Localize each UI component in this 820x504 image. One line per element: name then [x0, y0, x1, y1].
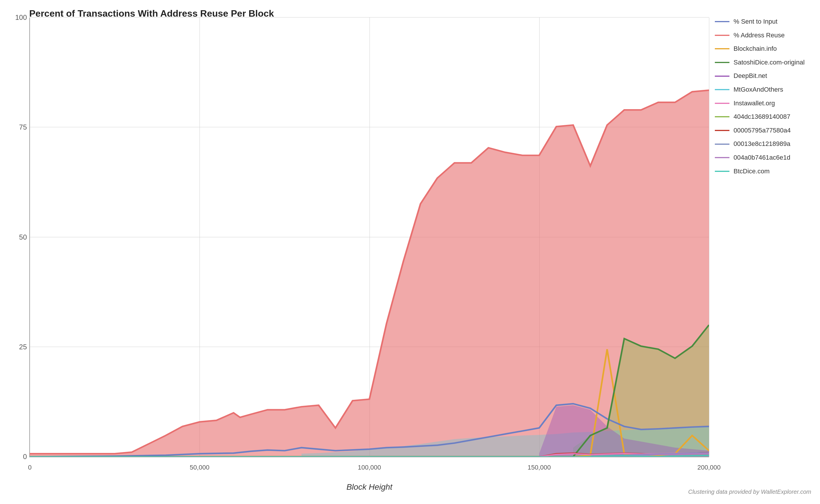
legend-item-instawallet: Instawallet.org — [715, 99, 814, 108]
legend-item-btcdice: BtcDice.com — [715, 167, 814, 176]
x-axis-label: Block Height — [347, 482, 392, 492]
legend-color-mtgox — [715, 89, 730, 90]
x-tick-50k: 50,000 — [190, 464, 210, 471]
legend-item-004a0: 004a0b7461ac6e1d — [715, 154, 814, 162]
legend-item-sent-to-input: % Sent to Input — [715, 18, 814, 26]
legend-color-satoshidice — [715, 62, 730, 63]
legend-label-btcdice: BtcDice.com — [734, 167, 770, 176]
legend-label-sent-to-input: % Sent to Input — [734, 18, 777, 26]
legend-label-00013: 00013e8c1218989a — [734, 140, 791, 148]
x-gridline-100 — [709, 18, 709, 457]
legend-item-blockchain: Blockchain.info — [715, 45, 814, 53]
legend-label-404dc: 404dc13689140087 — [734, 113, 791, 121]
legend-color-address-reuse — [715, 35, 730, 36]
x-tick-100k: 100,000 — [358, 464, 381, 471]
y-tick-25: 25 — [19, 343, 30, 351]
legend-label-deepbit: DeepBit.net — [734, 72, 767, 80]
legend-color-blockchain — [715, 48, 730, 49]
legend-label-instawallet: Instawallet.org — [734, 99, 775, 108]
legend-label-satoshidice: SatoshiDice.com-original — [734, 58, 805, 67]
legend-color-deepbit — [715, 76, 730, 77]
legend-item-00013: 00013e8c1218989a — [715, 140, 814, 148]
legend-item-satoshidice: SatoshiDice.com-original — [715, 58, 814, 67]
legend-label-004a0: 004a0b7461ac6e1d — [734, 154, 791, 162]
legend-item-address-reuse: % Address Reuse — [715, 31, 814, 40]
legend-color-instawallet — [715, 103, 730, 104]
legend-color-btcdice — [715, 171, 730, 172]
legend-label-blockchain: Blockchain.info — [734, 45, 777, 53]
legend-label-address-reuse: % Address Reuse — [734, 31, 785, 40]
chart-area: 0 25 50 75 100 0 50,000 100,000 150,000 … — [29, 18, 709, 457]
legend: % Sent to Input % Address Reuse Blockcha… — [715, 18, 814, 181]
y-tick-100: 100 — [15, 13, 30, 22]
legend-item-00005: 00005795a77580a4 — [715, 126, 814, 135]
y-tick-50: 50 — [19, 233, 30, 241]
address-reuse-area — [30, 90, 709, 457]
chart-container: Percent of Transactions With Address Reu… — [0, 0, 820, 504]
legend-color-00005 — [715, 130, 730, 131]
chart-svg — [30, 18, 709, 457]
x-tick-150k: 150,000 — [527, 464, 551, 471]
legend-color-004a0 — [715, 157, 730, 158]
x-tick-200k: 200,000 — [697, 464, 721, 471]
legend-color-sent-to-input — [715, 21, 730, 22]
legend-color-404dc — [715, 116, 730, 117]
x-tick-0: 0 — [28, 464, 32, 471]
legend-color-00013 — [715, 144, 730, 145]
legend-item-deepbit: DeepBit.net — [715, 72, 814, 80]
legend-item-404dc: 404dc13689140087 — [715, 113, 814, 121]
legend-label-00005: 00005795a77580a4 — [734, 126, 791, 135]
watermark: Clustering data provided by WalletExplor… — [688, 489, 811, 495]
y-tick-75: 75 — [19, 123, 30, 131]
legend-item-mtgox: MtGoxAndOthers — [715, 86, 814, 94]
y-tick-0: 0 — [23, 453, 30, 461]
legend-label-mtgox: MtGoxAndOthers — [734, 86, 783, 94]
